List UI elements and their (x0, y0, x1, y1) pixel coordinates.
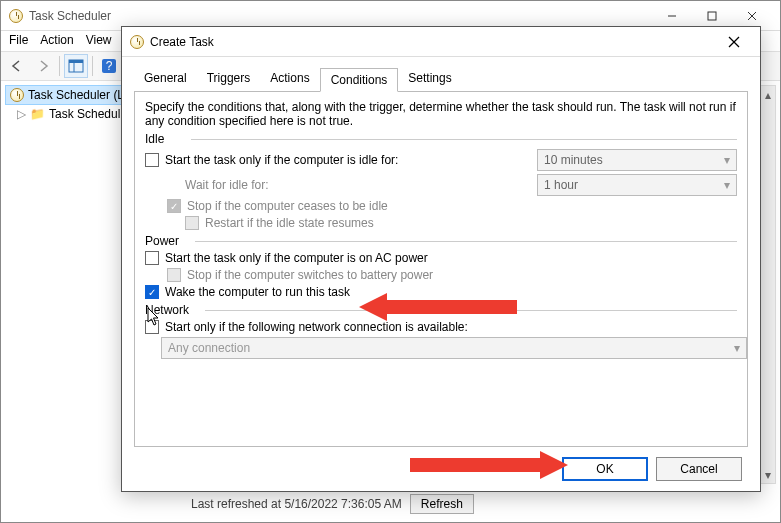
conditions-description: Specify the conditions that, along with … (145, 100, 737, 128)
task-scheduler-icon (9, 9, 23, 23)
task-scheduler-icon (10, 88, 24, 102)
stop-battery-label: Stop if the computer switches to battery… (187, 268, 433, 282)
back-button[interactable] (5, 54, 29, 78)
network-available-label: Start only if the following network conn… (165, 320, 468, 334)
conditions-panel: Specify the conditions that, along with … (134, 91, 748, 447)
dialog-title: Create Task (150, 35, 716, 49)
status-bar: Last refreshed at 5/16/2022 7:36:05 AM R… (191, 494, 474, 514)
scroll-down-icon[interactable]: ▾ (760, 466, 775, 483)
svg-rect-1 (708, 12, 716, 20)
expand-icon[interactable]: ▷ (17, 107, 26, 121)
network-connection-combo[interactable]: Any connection (161, 337, 747, 359)
svg-text:?: ? (106, 59, 113, 73)
wake-computer-checkbox[interactable]: ✓ (145, 285, 159, 299)
create-task-dialog: Create Task General Triggers Actions Con… (121, 26, 761, 492)
dialog-button-row: OK Cancel (122, 447, 760, 491)
tree-root-label: Task Scheduler (L (28, 88, 124, 102)
svg-rect-5 (69, 60, 83, 63)
main-window-title: Task Scheduler (29, 9, 652, 23)
show-hide-pane-button[interactable] (64, 54, 88, 78)
refresh-button[interactable]: Refresh (410, 494, 474, 514)
menu-view[interactable]: View (86, 33, 112, 49)
help-button[interactable]: ? (97, 54, 121, 78)
network-available-checkbox[interactable] (145, 320, 159, 334)
status-text: Last refreshed at 5/16/2022 7:36:05 AM (191, 497, 402, 511)
idle-section-label: Idle (145, 132, 737, 146)
stop-battery-checkbox (167, 268, 181, 282)
stop-if-ceases-checkbox: ✓ (167, 199, 181, 213)
tab-settings[interactable]: Settings (398, 67, 461, 91)
stop-if-ceases-label: Stop if the computer ceases to be idle (187, 199, 388, 213)
tab-conditions[interactable]: Conditions (320, 68, 399, 92)
tab-general[interactable]: General (134, 67, 197, 91)
restart-if-resumes-label: Restart if the idle state resumes (205, 216, 374, 230)
dialog-tabs: General Triggers Actions Conditions Sett… (122, 57, 760, 91)
wait-duration-combo[interactable]: 1 hour (537, 174, 737, 196)
ok-button[interactable]: OK (562, 457, 648, 481)
start-only-idle-label: Start the task only if the computer is i… (165, 153, 398, 167)
tab-triggers[interactable]: Triggers (197, 67, 261, 91)
restart-if-resumes-checkbox (185, 216, 199, 230)
folder-icon: 📁 (30, 107, 45, 121)
tree-child-label: Task Schedul (49, 107, 120, 121)
task-scheduler-icon (130, 35, 144, 49)
cancel-button[interactable]: Cancel (656, 457, 742, 481)
start-only-idle-checkbox[interactable] (145, 153, 159, 167)
scroll-up-icon[interactable]: ▴ (760, 86, 775, 103)
vertical-scrollbar[interactable]: ▴ ▾ (759, 85, 776, 484)
dialog-close-button[interactable] (716, 29, 752, 55)
network-section-label: Network (145, 303, 737, 317)
wait-for-idle-label: Wait for idle for: (185, 178, 269, 192)
dialog-titlebar: Create Task (122, 27, 760, 57)
ac-power-label: Start the task only if the computer is o… (165, 251, 428, 265)
idle-duration-combo[interactable]: 10 minutes (537, 149, 737, 171)
ac-power-checkbox[interactable] (145, 251, 159, 265)
forward-button[interactable] (31, 54, 55, 78)
tab-actions[interactable]: Actions (260, 67, 319, 91)
menu-file[interactable]: File (9, 33, 28, 49)
wake-computer-label: Wake the computer to run this task (165, 285, 350, 299)
power-section-label: Power (145, 234, 737, 248)
menu-action[interactable]: Action (40, 33, 73, 49)
